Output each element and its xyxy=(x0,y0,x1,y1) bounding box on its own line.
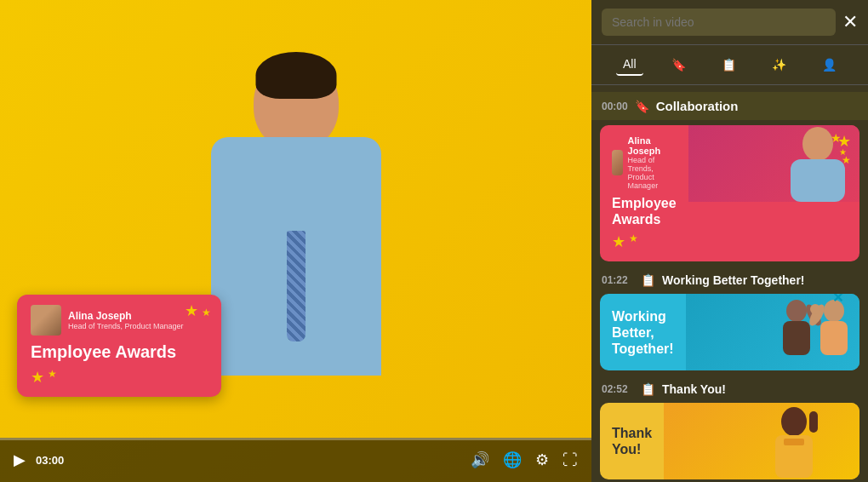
svg-point-4 xyxy=(786,300,807,322)
effects-icon: ✨ xyxy=(772,58,786,72)
scene-person-info: Alina Joseph Head of Trends, Product Man… xyxy=(628,135,677,190)
scene-card-thankyou-content: ThankYou! xyxy=(600,403,664,479)
star-icon-2: ★ xyxy=(202,307,211,318)
scene-person-role: Head of Trends, Product Manager xyxy=(628,156,677,190)
tab-chapter[interactable]: 📋 xyxy=(715,55,743,75)
svg-point-12 xyxy=(781,407,807,436)
video-player: Alina Joseph Head of Trends, Product Man… xyxy=(0,0,591,482)
section-row-thankyou: 02:52 📋 Thank You! xyxy=(591,376,868,398)
section-time-working: 01:22 xyxy=(602,274,634,286)
people-icon: 👤 xyxy=(822,58,837,72)
overlay-stars-top: ★ ★ xyxy=(185,301,211,320)
section-title-thankyou: Thank You! xyxy=(662,382,726,396)
scene-thumbnail-thankyou xyxy=(664,403,859,479)
settings-icon[interactable]: ⚙ xyxy=(535,450,549,469)
svg-rect-14 xyxy=(809,411,818,433)
chapters-list: 00:00 🔖 Collaboration Alina Joseph Head … xyxy=(591,85,868,482)
video-controls: ▶ 03:00 🔊 🌐 ⚙ ⛶ xyxy=(0,438,591,482)
card-star-2: ★ xyxy=(629,232,638,251)
chapter-icon: 📋 xyxy=(722,58,736,72)
card-corner-star-1: ★ xyxy=(837,132,851,151)
section-title-working: Working Better Together! xyxy=(662,273,805,287)
filter-tabs: All 🔖 📋 ✨ 👤 xyxy=(591,45,868,85)
search-input-wrapper[interactable] xyxy=(602,9,836,36)
person-body xyxy=(211,137,381,376)
tab-all[interactable]: All xyxy=(616,54,643,76)
bookmark-icon-0: 🔖 xyxy=(635,100,649,113)
overlay-avatar xyxy=(31,305,61,336)
chapter-time-0: 00:00 xyxy=(602,100,628,112)
chapter-icon-working: 📋 xyxy=(641,273,655,287)
scene-card-employee-title: Employee Awards xyxy=(612,195,677,227)
scene-avatar-employee xyxy=(612,150,623,175)
svg-rect-15 xyxy=(784,439,804,445)
chapter-icon-thankyou: 📋 xyxy=(641,382,655,396)
scene-thumbnail-working: ✕ xyxy=(686,294,859,370)
tab-people[interactable]: 👤 xyxy=(815,55,843,75)
globe-icon[interactable]: 🌐 xyxy=(503,450,522,469)
svg-rect-8 xyxy=(820,321,848,355)
overlay-stars-bottom: ★ ★ xyxy=(31,368,208,387)
working-thumb-svg: ✕ xyxy=(773,294,858,370)
scene-card-working[interactable]: WorkingBetter,Together! xyxy=(600,294,859,370)
time-display: 03:00 xyxy=(36,454,64,467)
card-corner-star-2: ★ xyxy=(842,154,851,166)
section-time-thankyou: 02:52 xyxy=(602,383,634,395)
chapter-header-collaboration: 00:00 🔖 Collaboration xyxy=(591,92,868,120)
chapter-title-collaboration: Collaboration xyxy=(656,99,739,113)
scene-card-thankyou-inner: ThankYou! xyxy=(600,403,859,479)
scene-card-employee-stars: ★ ★ xyxy=(837,132,851,166)
scene-card-thankyou[interactable]: ThankYou! xyxy=(600,403,859,479)
section-row-working: 01:22 📋 Working Better Together! xyxy=(591,267,868,289)
thankyou-thumb-svg xyxy=(751,403,837,479)
person-hair xyxy=(255,52,336,99)
close-search-button[interactable]: ✕ xyxy=(842,11,858,33)
scene-thumbnail-employee: ★ ★ xyxy=(688,125,859,202)
card-star-1: ★ xyxy=(612,232,625,251)
svg-text:✕: ✕ xyxy=(832,294,843,305)
star-icon-1: ★ xyxy=(185,302,198,319)
star-icon-4: ★ xyxy=(48,368,57,387)
svg-rect-5 xyxy=(783,321,810,355)
overlay-card-header: Alina Joseph Head of Trends, Product Man… xyxy=(31,305,208,336)
person-tie xyxy=(287,231,306,341)
star-icon-3: ★ xyxy=(31,368,44,387)
scene-card-employee-inner: Alina Joseph Head of Trends, Product Man… xyxy=(600,125,859,261)
progress-bar-container[interactable] xyxy=(0,438,591,440)
search-input[interactable] xyxy=(612,15,825,29)
video-background: Alina Joseph Head of Trends, Product Man… xyxy=(0,0,591,482)
svg-point-0 xyxy=(802,127,833,161)
tab-effects[interactable]: ✨ xyxy=(765,55,793,75)
bookmark-icon: 🔖 xyxy=(671,58,686,72)
tab-all-label: All xyxy=(623,57,637,71)
controls-right: 🔊 🌐 ⚙ ⛶ xyxy=(471,450,578,469)
search-bar: ✕ xyxy=(591,0,868,45)
scene-card-working-content: WorkingBetter,Together! xyxy=(600,294,686,370)
scene-card-employee-content: Alina Joseph Head of Trends, Product Man… xyxy=(600,125,688,261)
scene-card-working-title: WorkingBetter,Together! xyxy=(612,308,674,358)
overlay-main-title: Employee Awards xyxy=(31,342,208,361)
play-button[interactable]: ▶ xyxy=(14,450,26,469)
scene-person-name: Alina Joseph xyxy=(628,135,677,156)
scene-card-working-inner: WorkingBetter,Together! xyxy=(600,294,859,370)
video-overlay-card: Alina Joseph Head of Trends, Product Man… xyxy=(17,295,221,397)
tab-bookmark[interactable]: 🔖 xyxy=(665,55,693,75)
overlay-person-title: Head of Trends, Product Manager xyxy=(68,322,208,330)
right-panel: ✕ All 🔖 📋 ✨ 👤 00:00 🔖 Collaboration xyxy=(591,0,868,482)
scene-card-employee-awards[interactable]: Alina Joseph Head of Trends, Product Man… xyxy=(600,125,859,261)
scene-person-header: Alina Joseph Head of Trends, Product Man… xyxy=(612,135,677,190)
volume-icon[interactable]: 🔊 xyxy=(471,450,489,469)
scene-card-thankyou-title: ThankYou! xyxy=(612,425,652,457)
expand-icon[interactable]: ⛶ xyxy=(562,451,578,469)
svg-point-10 xyxy=(810,304,820,314)
